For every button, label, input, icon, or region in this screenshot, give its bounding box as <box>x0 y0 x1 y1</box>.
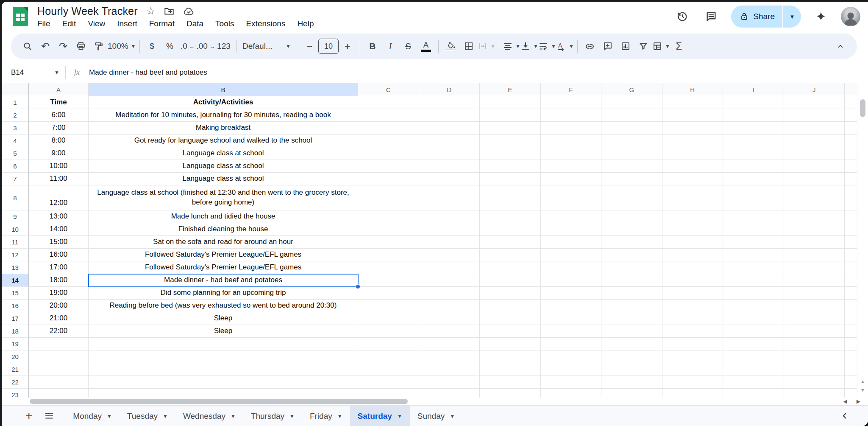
cell-D17[interactable] <box>419 312 480 325</box>
cell-I11[interactable] <box>723 236 784 249</box>
column-header-J[interactable]: J <box>784 83 845 96</box>
text-rotation-button[interactable]: A ▼ <box>556 37 574 55</box>
cell-E15[interactable] <box>480 287 541 300</box>
cell-I19[interactable] <box>723 338 784 350</box>
cell-I2[interactable] <box>723 109 784 122</box>
vertical-scrollbar-thumb[interactable] <box>860 99 865 117</box>
cloud-saved-icon[interactable] <box>183 6 195 17</box>
row-header-12[interactable]: 12 <box>2 249 29 261</box>
cell-G15[interactable] <box>601 287 662 300</box>
cell-G8[interactable] <box>601 185 662 210</box>
cell-A1[interactable]: Time <box>29 96 89 109</box>
cell-A7[interactable]: 11:00 <box>29 173 89 185</box>
cell-G11[interactable] <box>601 236 662 249</box>
sheet-tab-menu-icon[interactable]: ▼ <box>289 413 295 419</box>
cell-I8[interactable] <box>723 185 784 210</box>
column-header-B[interactable]: B <box>89 83 358 96</box>
cell-D20[interactable] <box>419 350 480 363</box>
document-title[interactable]: Hourly Week Tracker <box>37 5 138 17</box>
cell-C20[interactable] <box>358 350 419 363</box>
cell-J19[interactable] <box>784 338 845 350</box>
cell-F10[interactable] <box>541 223 602 236</box>
name-box[interactable]: B14 ▼ <box>2 68 65 77</box>
search-icon[interactable] <box>19 37 36 55</box>
cell-H23[interactable] <box>662 389 723 398</box>
cell-C5[interactable] <box>358 147 419 160</box>
column-header-A[interactable]: A <box>29 83 89 96</box>
decrease-decimal-button[interactable]: .0← <box>179 37 197 55</box>
row-header-13[interactable]: 13 <box>2 261 29 274</box>
vertical-scrollbar[interactable]: ▲ ▼ <box>857 83 868 398</box>
column-header-E[interactable]: E <box>480 83 541 96</box>
cell-E3[interactable] <box>480 122 541 135</box>
cell-A10[interactable]: 14:00 <box>29 223 89 236</box>
cell-A13[interactable]: 17:00 <box>29 261 89 274</box>
cell-C16[interactable] <box>358 300 419 312</box>
cell-C8[interactable] <box>358 185 419 210</box>
cell-H21[interactable] <box>662 363 723 376</box>
sheet-tab-menu-icon[interactable]: ▼ <box>231 413 236 419</box>
cell-F17[interactable] <box>541 312 602 325</box>
cell-J4[interactable] <box>784 135 845 147</box>
cell-E23[interactable] <box>480 389 541 398</box>
cell-A5[interactable]: 9:00 <box>29 147 89 160</box>
cell-E21[interactable] <box>480 363 541 376</box>
star-icon[interactable]: ☆ <box>146 6 156 16</box>
cell-D3[interactable] <box>419 122 480 135</box>
cell-H15[interactable] <box>662 287 723 300</box>
cell-G12[interactable] <box>601 249 662 261</box>
cell-J18[interactable] <box>784 325 845 338</box>
strikethrough-button[interactable]: S <box>399 37 417 55</box>
cell-G5[interactable] <box>601 147 662 160</box>
sheet-tab-saturday[interactable]: Saturday▼ <box>350 406 410 426</box>
cell-E7[interactable] <box>480 173 541 185</box>
cell-E12[interactable] <box>480 249 541 261</box>
namebox-caret-icon[interactable]: ▼ <box>54 70 59 76</box>
cell-B5[interactable]: Language class at school <box>89 147 358 160</box>
cell-J2[interactable] <box>784 109 845 122</box>
cell-G10[interactable] <box>601 223 662 236</box>
cell-G9[interactable] <box>601 210 662 223</box>
cell-E17[interactable] <box>480 312 541 325</box>
cell-B7[interactable]: Language class at school <box>89 173 358 185</box>
insert-chart-icon[interactable] <box>617 37 634 55</box>
cell-B18[interactable]: Sleep <box>89 325 358 338</box>
row-header-5[interactable]: 5 <box>2 147 29 160</box>
cell-C19[interactable] <box>358 338 419 350</box>
print-icon[interactable] <box>72 37 90 55</box>
redo-icon[interactable]: ↷ <box>54 37 72 55</box>
sheet-tab-menu-icon[interactable]: ▼ <box>107 413 112 419</box>
cell-J1[interactable] <box>784 96 845 109</box>
cell-D10[interactable] <box>419 223 480 236</box>
cell-G17[interactable] <box>601 312 662 325</box>
cell-J7[interactable] <box>784 173 845 185</box>
row-header-7[interactable]: 7 <box>2 173 29 185</box>
row-header-8[interactable]: 8 <box>2 185 29 210</box>
cell-E20[interactable] <box>480 350 541 363</box>
row-header-18[interactable]: 18 <box>2 325 29 338</box>
cell-D5[interactable] <box>419 147 480 160</box>
cell-B1[interactable]: Activity/Activities <box>89 96 358 109</box>
cell-H6[interactable] <box>662 160 723 173</box>
menu-edit[interactable]: Edit <box>62 19 76 28</box>
font-select[interactable]: Defaul...▼ <box>240 37 293 55</box>
cell-D14[interactable] <box>419 274 480 287</box>
scroll-left-icon[interactable]: ◀ <box>843 398 847 404</box>
cell-H17[interactable] <box>662 312 723 325</box>
cell-I23[interactable] <box>723 389 784 398</box>
cell-H8[interactable] <box>662 185 723 210</box>
cell-B21[interactable] <box>89 363 358 376</box>
format-percent-button[interactable]: % <box>161 37 179 55</box>
cell-D7[interactable] <box>419 173 480 185</box>
cell-G7[interactable] <box>601 173 662 185</box>
cell-J11[interactable] <box>784 236 845 249</box>
cell-J15[interactable] <box>784 287 845 300</box>
menu-extensions[interactable]: Extensions <box>246 19 285 28</box>
cell-D22[interactable] <box>419 376 480 389</box>
cell-A4[interactable]: 8:00 <box>29 135 89 147</box>
row-header-19[interactable]: 19 <box>2 338 29 350</box>
row-header-16[interactable]: 16 <box>2 300 29 312</box>
cell-G4[interactable] <box>601 135 662 147</box>
undo-icon[interactable]: ↶ <box>36 37 54 55</box>
cell-H5[interactable] <box>662 147 723 160</box>
